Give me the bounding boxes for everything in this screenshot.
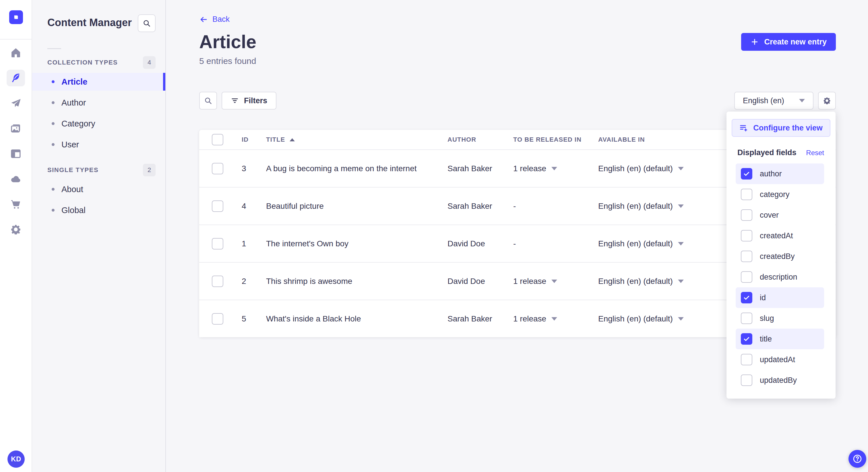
configure-view-button[interactable]: Configure the view xyxy=(732,119,830,137)
filters-button[interactable]: Filters xyxy=(222,92,276,109)
chevron-down-icon[interactable] xyxy=(678,279,684,283)
row-checkbox[interactable] xyxy=(212,163,223,174)
chevron-down-icon[interactable] xyxy=(678,242,684,245)
column-header-author[interactable]: AUTHOR xyxy=(447,136,513,143)
checkbox[interactable] xyxy=(741,250,752,262)
checkbox[interactable] xyxy=(741,168,752,179)
cell-release[interactable]: 1 release xyxy=(513,164,598,173)
reset-button[interactable]: Reset xyxy=(806,149,824,157)
help-button[interactable] xyxy=(848,450,866,468)
checkbox[interactable] xyxy=(741,209,752,221)
field-label: description xyxy=(760,273,797,281)
field-option-createdBy[interactable]: createdBy xyxy=(736,246,824,267)
field-label: author xyxy=(760,169,782,178)
chevron-down-icon[interactable] xyxy=(551,279,557,283)
sidebar-item-label: User xyxy=(61,140,79,149)
bullet-dot xyxy=(52,122,55,125)
sidebar-item-label: Author xyxy=(61,98,86,107)
field-option-cover[interactable]: cover xyxy=(736,205,824,225)
subnav-search-button[interactable] xyxy=(138,14,156,32)
column-header-id[interactable]: ID xyxy=(242,136,266,143)
content-manager-subnav: Content Manager COLLECTION TYPES 4 Artic… xyxy=(32,0,166,472)
chevron-down-icon[interactable] xyxy=(678,317,684,321)
column-header-title[interactable]: TITLE xyxy=(266,136,447,143)
field-option-id[interactable]: id xyxy=(736,287,824,308)
checkbox[interactable] xyxy=(741,333,752,345)
view-settings-gear-button[interactable] xyxy=(818,92,836,109)
displayed-fields-list: author category cover createdAt createdB… xyxy=(732,164,830,391)
displayed-fields-title: Displayed fields xyxy=(737,148,797,157)
releases-paper-plane-icon[interactable] xyxy=(0,91,32,116)
field-label: id xyxy=(760,293,766,302)
page-title: Article xyxy=(199,31,256,53)
bullet-dot xyxy=(52,143,55,146)
chevron-down-icon[interactable] xyxy=(678,204,684,208)
field-option-category[interactable]: category xyxy=(736,184,824,205)
main-navbar: KD xyxy=(0,0,32,472)
checkbox[interactable] xyxy=(741,292,752,303)
displayed-fields-header: Displayed fields Reset xyxy=(732,148,830,157)
cell-release[interactable]: - xyxy=(513,202,598,211)
cell-title: What's inside a Black Hole xyxy=(266,314,447,324)
field-option-description[interactable]: description xyxy=(736,267,824,287)
settings-gear-icon[interactable] xyxy=(0,217,32,242)
home-icon[interactable] xyxy=(0,40,32,65)
sidebar-item-label: Article xyxy=(61,77,87,87)
marketplace-cart-icon[interactable] xyxy=(0,192,32,217)
checkbox[interactable] xyxy=(741,230,752,241)
chevron-down-icon[interactable] xyxy=(678,167,684,170)
sidebar-item-about[interactable]: About xyxy=(32,180,165,198)
cell-id: 5 xyxy=(242,314,266,324)
content-manager-icon[interactable] xyxy=(0,65,32,91)
checkbox[interactable] xyxy=(741,312,752,324)
checkbox[interactable] xyxy=(741,374,752,386)
field-option-createdAt[interactable]: createdAt xyxy=(736,225,824,246)
cell-release[interactable]: 1 release xyxy=(513,277,598,286)
row-checkbox[interactable] xyxy=(212,313,223,325)
navbar-divider xyxy=(0,39,32,40)
field-label: title xyxy=(760,335,772,343)
create-new-entry-button[interactable]: Create new entry xyxy=(741,33,836,51)
sidebar-item-author[interactable]: Author xyxy=(32,94,165,111)
cell-title: The internet's Own boy xyxy=(266,239,447,248)
field-option-title[interactable]: title xyxy=(736,329,824,349)
checkbox[interactable] xyxy=(741,354,752,365)
field-option-updatedAt[interactable]: updatedAt xyxy=(736,349,824,370)
list-toolbar: Filters English (en) xyxy=(199,92,836,109)
field-option-updatedBy[interactable]: updatedBy xyxy=(736,370,824,391)
cell-release[interactable]: 1 release xyxy=(513,314,598,324)
media-library-icon[interactable] xyxy=(0,116,32,141)
cloud-icon[interactable] xyxy=(0,166,32,192)
sidebar-item-article[interactable]: Article xyxy=(32,73,165,91)
cell-id: 4 xyxy=(242,202,266,211)
question-circle-icon xyxy=(852,453,863,464)
search-button[interactable] xyxy=(199,92,217,109)
checkbox[interactable] xyxy=(741,271,752,283)
row-checkbox[interactable] xyxy=(212,238,223,249)
cell-author: Sarah Baker xyxy=(447,164,513,173)
sidebar-item-category[interactable]: Category xyxy=(32,115,165,133)
field-option-author[interactable]: author xyxy=(736,164,824,184)
row-checkbox[interactable] xyxy=(212,276,223,287)
chevron-down-icon[interactable] xyxy=(551,317,557,321)
layout-builder-icon[interactable] xyxy=(0,141,32,166)
strapi-logo[interactable] xyxy=(9,10,23,24)
checkbox[interactable] xyxy=(741,189,752,200)
collection-types-list: Article Author Category User xyxy=(32,73,165,154)
sidebar-item-user[interactable]: User xyxy=(32,136,165,154)
sidebar-item-label: About xyxy=(61,185,83,194)
sidebar-item-label: Global xyxy=(61,206,86,215)
search-icon xyxy=(204,97,212,105)
plus-icon xyxy=(750,38,759,46)
field-option-slug[interactable]: slug xyxy=(736,308,824,329)
chevron-down-icon xyxy=(799,99,805,102)
row-checkbox[interactable] xyxy=(212,200,223,212)
back-link[interactable]: Back xyxy=(199,15,229,24)
cell-release[interactable]: - xyxy=(513,239,598,248)
user-avatar[interactable]: KD xyxy=(7,450,25,468)
column-header-release[interactable]: TO BE RELEASED IN xyxy=(513,136,598,143)
select-all-checkbox[interactable] xyxy=(212,134,223,145)
sidebar-item-global[interactable]: Global xyxy=(32,201,165,219)
chevron-down-icon[interactable] xyxy=(551,167,557,170)
locale-select[interactable]: English (en) xyxy=(734,92,813,109)
